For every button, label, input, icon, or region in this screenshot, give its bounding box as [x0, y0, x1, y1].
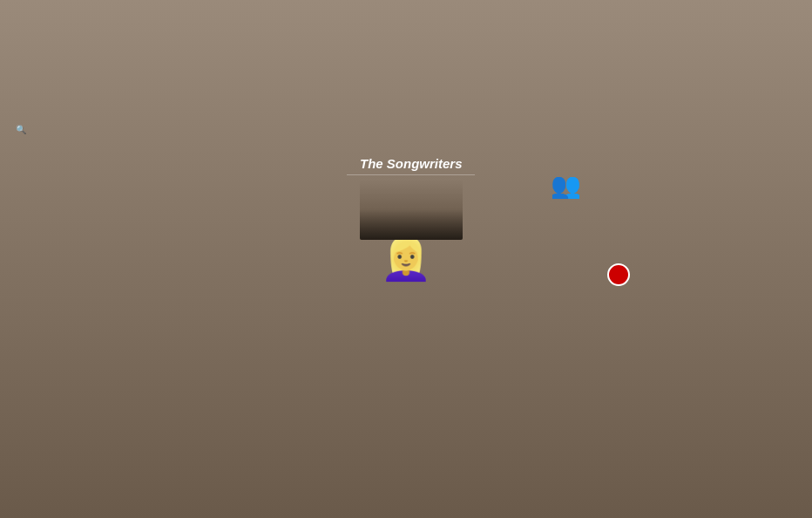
recently-played-section: Recently Played 🌿 Deeper Well 🏙️ F	[185, 314, 791, 447]
app-layout: Music 🏠 Home ⊞ New 📻 Radio Library 🕐 Rec…	[0, 75, 812, 518]
songwriters-image: The Songwriters	[340, 153, 482, 245]
recently-played-cards: 🌿 Deeper Well 🏙️ Fearless Movement	[185, 343, 791, 447]
main-content: Home Made for You Featuring Kacey Musgra…	[164, 75, 812, 518]
